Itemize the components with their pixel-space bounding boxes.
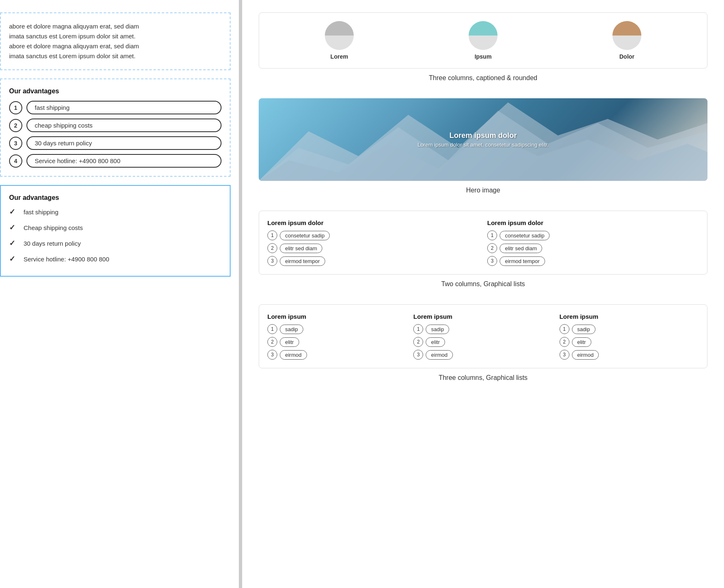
numbered-item-2: 2 cheap shipping costs <box>9 119 221 132</box>
avatar-lorem <box>325 21 354 50</box>
avatar-lorem-name: Lorem <box>331 53 348 60</box>
g-pill: sadip <box>280 325 303 334</box>
check-item-4: ✓ Service hotline: +4900 800 800 <box>9 254 221 263</box>
hero-image-container: Lorem ipsum dolor Lorem ipsum dolor sit … <box>259 98 707 181</box>
g-num: 2 <box>267 243 277 253</box>
g-pill: eirmod <box>572 350 599 360</box>
three-col-2: Lorem ipsum 1 sadip 2 elitr 3 eirmod <box>413 313 553 360</box>
num-circle-1: 1 <box>9 101 22 114</box>
text-block: abore et dolore magna aliquyam erat, sed… <box>0 12 231 70</box>
g-num: 3 <box>487 256 497 266</box>
text-line-1: abore et dolore magna aliquyam erat, sed… <box>9 23 139 30</box>
g-pill: consetetur sadip <box>280 231 330 240</box>
list-item: 3 eirmod <box>560 350 699 360</box>
three-col-3-title: Lorem ipsum <box>560 313 699 320</box>
two-col-right-list: 1 consetetur sadip 2 elitr sed diam 3 ei… <box>487 230 699 266</box>
numbered-item-1: 1 fast shipping <box>9 101 221 114</box>
list-item: 2 elitr sed diam <box>267 243 479 253</box>
check-item-1: ✓ fast shipping <box>9 207 221 216</box>
g-num: 2 <box>560 337 569 347</box>
advantages-check-section: Our advantages ✓ fast shipping ✓ Cheap s… <box>0 185 231 277</box>
numbered-item-4: 4 Service hotline: +4900 800 800 <box>9 154 221 168</box>
num-circle-3: 3 <box>9 137 22 150</box>
check-list: ✓ fast shipping ✓ Cheap shipping costs ✓… <box>9 207 221 263</box>
list-item: 3 eirmod tempor <box>267 256 479 266</box>
check-label-3: 30 days return policy <box>24 240 81 247</box>
text-line-2: imata sanctus est Lorem ipsum dolor sit … <box>9 33 136 40</box>
g-pill: elitr <box>572 337 591 347</box>
list-item: 2 elitr <box>560 337 699 347</box>
list-item: 1 consetetur sadip <box>267 230 479 240</box>
g-num: 1 <box>267 324 277 334</box>
three-col-lists-box: Lorem ipsum 1 sadip 2 elitr 3 eirmod <box>259 304 707 368</box>
avatar-col-lorem: Lorem <box>325 21 354 60</box>
three-col-lists-caption: Three columns, Graphical lists <box>259 374 707 382</box>
numbered-list: 1 fast shipping 2 cheap shipping costs 3 <box>9 101 221 168</box>
three-col-2-list: 1 sadip 2 elitr 3 eirmod <box>413 324 553 360</box>
avatar-ipsum-name: Ipsum <box>474 53 491 60</box>
g-pill: eirmod <box>426 350 453 360</box>
list-item: 1 sadip <box>560 324 699 334</box>
checkmark-icon-4: ✓ <box>9 254 15 263</box>
hero-background: Lorem ipsum dolor Lorem ipsum dolor sit … <box>259 98 707 181</box>
three-col-2-title: Lorem ipsum <box>413 313 553 320</box>
g-pill: elitr sed diam <box>500 244 542 253</box>
right-panel: Lorem Ipsum Dolor Three columns, caption… <box>242 0 724 588</box>
g-num: 3 <box>267 350 277 360</box>
num-circle-2: 2 <box>9 119 22 132</box>
hero-title: Lorem ipsum dolor <box>417 131 548 140</box>
item-pill-1: fast shipping <box>26 101 221 114</box>
two-col-lists-section: Lorem ipsum dolor 1 consetetur sadip 2 e… <box>259 211 707 288</box>
g-num: 1 <box>413 324 423 334</box>
check-label-4: Service hotline: +4900 800 800 <box>24 256 109 263</box>
g-pill: eirmod tempor <box>280 256 325 266</box>
g-pill: eirmod tempor <box>500 256 545 266</box>
g-num: 1 <box>560 324 569 334</box>
two-col-grid: Lorem ipsum dolor 1 consetetur sadip 2 e… <box>267 219 699 266</box>
avatar-dolor-name: Dolor <box>619 53 635 60</box>
g-num: 1 <box>487 230 497 240</box>
list-item: 2 elitr <box>267 337 407 347</box>
hero-subtitle: Lorem ipsum dolor sit amet, consetetur s… <box>417 142 548 148</box>
item-pill-2: cheap shipping costs <box>26 119 221 132</box>
three-col-1: Lorem ipsum 1 sadip 2 elitr 3 eirmod <box>267 313 407 360</box>
two-col-left-list: 1 consetetur sadip 2 elitr sed diam 3 ei… <box>267 230 479 266</box>
two-col-right-title: Lorem ipsum dolor <box>487 219 699 226</box>
g-pill: eirmod <box>280 350 307 360</box>
g-pill: consetetur sadip <box>500 231 550 240</box>
left-panel: abore et dolore magna aliquyam erat, sed… <box>0 0 240 588</box>
g-num: 3 <box>413 350 423 360</box>
checkmark-icon-3: ✓ <box>9 239 15 248</box>
g-pill: elitr <box>426 337 445 347</box>
list-item: 3 eirmod tempor <box>487 256 699 266</box>
hero-text-overlay: Lorem ipsum dolor Lorem ipsum dolor sit … <box>417 131 548 148</box>
g-num: 3 <box>560 350 569 360</box>
list-item: 2 elitr <box>413 337 553 347</box>
two-col-right: Lorem ipsum dolor 1 consetetur sadip 2 e… <box>487 219 699 266</box>
g-pill: sadip <box>572 325 595 334</box>
three-col-grid: Lorem ipsum 1 sadip 2 elitr 3 eirmod <box>267 313 699 360</box>
avatar-col-dolor: Dolor <box>612 21 641 60</box>
item-pill-4: Service hotline: +4900 800 800 <box>26 154 221 168</box>
two-col-left: Lorem ipsum dolor 1 consetetur sadip 2 e… <box>267 219 479 266</box>
list-item: 3 eirmod <box>413 350 553 360</box>
hero-caption: Hero image <box>259 187 707 194</box>
avatar-ipsum <box>469 21 498 50</box>
three-col-avatars-box: Lorem Ipsum Dolor <box>259 12 707 69</box>
check-item-3: ✓ 30 days return policy <box>9 239 221 248</box>
two-col-lists-caption: Two columns, Graphical lists <box>259 280 707 288</box>
three-col-1-title: Lorem ipsum <box>267 313 407 320</box>
g-pill: elitr sed diam <box>280 244 322 253</box>
g-pill: sadip <box>426 325 449 334</box>
g-num: 1 <box>267 230 277 240</box>
three-col-avatars-section: Lorem Ipsum Dolor Three columns, caption… <box>259 12 707 82</box>
g-num: 2 <box>413 337 423 347</box>
advantages-check-title: Our advantages <box>9 194 221 202</box>
advantages-numbered-title: Our advantages <box>9 88 221 95</box>
three-col-1-list: 1 sadip 2 elitr 3 eirmod <box>267 324 407 360</box>
three-col-3: Lorem ipsum 1 sadip 2 elitr 3 eirmod <box>560 313 699 360</box>
three-col-3-list: 1 sadip 2 elitr 3 eirmod <box>560 324 699 360</box>
avatar-col-ipsum: Ipsum <box>469 21 498 60</box>
g-num: 2 <box>267 337 277 347</box>
list-item: 3 eirmod <box>267 350 407 360</box>
